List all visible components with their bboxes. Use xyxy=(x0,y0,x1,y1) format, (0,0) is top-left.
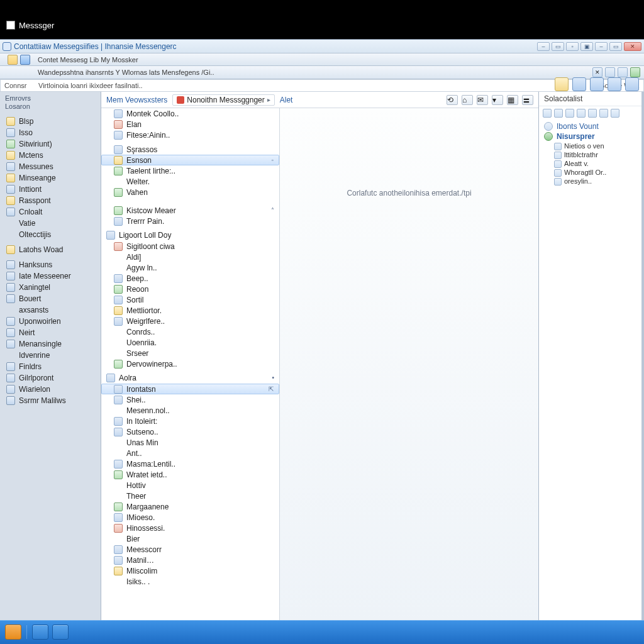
tree-item[interactable]: Meesscorr xyxy=(101,544,279,555)
right-sub-item[interactable]: Aleatt v. xyxy=(540,159,640,168)
tree-item[interactable]: Vahen xyxy=(101,187,279,197)
taskbar[interactable] xyxy=(0,620,644,644)
tree-item[interactable]: Matnil… xyxy=(101,555,279,565)
sidebar-item[interactable]: Uponwoirlen xyxy=(0,316,101,327)
address-text[interactable]: Virtloinoia loanri ikixdeer fasilnati.. xyxy=(38,82,589,89)
r-ico-5[interactable] xyxy=(588,109,597,118)
tree-item[interactable]: Sşrassos xyxy=(101,144,279,155)
center-link-2[interactable]: Alet xyxy=(280,96,293,104)
taskbar-app-1[interactable] xyxy=(32,625,48,640)
tree-item[interactable]: Taelent lirthe:.. xyxy=(101,165,279,176)
tree-item[interactable]: Hottiv xyxy=(101,480,279,491)
r-ico-3[interactable] xyxy=(565,109,574,118)
right-link-2[interactable]: Nisursprer xyxy=(540,131,640,142)
sidebar-item[interactable]: Xaningtel xyxy=(0,282,101,293)
sidebar-item[interactable]: Finldrs xyxy=(0,361,101,372)
tree-item[interactable]: Ligoort Loll Doy xyxy=(101,229,279,241)
sidebar-item[interactable]: Vatie xyxy=(0,218,101,229)
wc-4[interactable]: ▣ xyxy=(580,42,593,51)
sidebar-item[interactable]: Latohs Woad xyxy=(0,244,101,255)
tree-item[interactable]: Elan xyxy=(101,119,279,130)
center-chip[interactable]: Nonoithn Messsggnger ▸ xyxy=(172,94,274,106)
sidebar-item[interactable]: Iate Messeener xyxy=(0,270,101,282)
tree-item[interactable]: Weigrlfere.. xyxy=(101,316,279,326)
wc-2[interactable]: ▭ xyxy=(552,42,564,51)
tree-item[interactable]: Hinossessi. xyxy=(101,523,279,533)
shortcut-4-icon[interactable] xyxy=(608,77,621,91)
tree-item[interactable]: Dervowinerpa.. xyxy=(101,358,279,369)
wc-6[interactable]: ▭ xyxy=(609,42,622,51)
folder-icon[interactable] xyxy=(8,55,18,65)
sidebar-item[interactable]: Rasspont xyxy=(0,195,101,206)
tool-a[interactable]: ⟲ xyxy=(447,95,458,105)
tree-item[interactable]: Beep.. xyxy=(101,273,279,284)
wc-1[interactable]: – xyxy=(537,42,550,51)
tree-item[interactable]: Srseer xyxy=(101,348,279,358)
tree-item[interactable]: Trerrr Pain. xyxy=(101,216,279,226)
tree-item[interactable]: Conrds.. xyxy=(101,326,279,337)
taskbar-app-2[interactable] xyxy=(52,625,69,640)
tree-item[interactable]: Wratet ietd.. xyxy=(101,469,279,480)
tree-item[interactable]: Mliscolim xyxy=(101,565,279,576)
tree-item[interactable]: Esnson◦ xyxy=(101,155,279,165)
sidebar-item[interactable]: Neirt xyxy=(0,327,101,338)
tool-icon-1[interactable] xyxy=(605,67,615,77)
center-head-link[interactable]: Mem Veowsxsters xyxy=(106,96,167,104)
tree-item[interactable]: Sigitloont ciwa xyxy=(101,241,279,252)
shortcut-3-icon[interactable] xyxy=(590,77,604,91)
window-titlebar[interactable]: Contattiiaw Messegsiifies | Ihnansie Mes… xyxy=(0,40,644,53)
tree-item[interactable]: Aolra• xyxy=(101,372,279,384)
sidebar-item[interactable]: Hanksuns xyxy=(0,259,101,270)
sidebar-item[interactable]: Inttiont xyxy=(0,184,101,195)
r-ico-2[interactable] xyxy=(554,109,563,118)
sidebar-item[interactable]: Bouert xyxy=(0,293,101,304)
tool-icon-2[interactable] xyxy=(618,67,628,77)
r-ico-7[interactable] xyxy=(611,109,619,118)
shortcut-2-icon[interactable] xyxy=(572,77,586,91)
tree-item[interactable]: Fitese:Ainin.. xyxy=(101,130,279,140)
r-ico-4[interactable] xyxy=(577,109,586,118)
sidebar-item[interactable]: axsansts xyxy=(0,304,101,316)
tree-item[interactable]: Isiks.. . xyxy=(101,576,279,587)
close-button[interactable]: ✕ xyxy=(624,42,641,51)
tree-item[interactable]: Ant.. xyxy=(101,448,279,458)
right-sub-item[interactable]: Nietios o ven xyxy=(540,142,640,150)
tree-item[interactable]: Theer xyxy=(101,491,279,501)
tool-b[interactable]: ⌂ xyxy=(462,95,473,105)
sidebar-item[interactable]: Isso xyxy=(0,127,101,138)
right-sub-item[interactable]: oresylin.. xyxy=(540,177,640,186)
collapse-icon[interactable]: ˄ xyxy=(271,207,274,214)
sidebar-item[interactable]: Idvenrine xyxy=(0,350,101,361)
sidebar-item[interactable]: Blsp xyxy=(0,116,101,127)
tree-item[interactable]: Masma:Lentil.. xyxy=(101,458,279,469)
tree-item[interactable]: Shei.. xyxy=(101,394,279,405)
sidebar-item[interactable]: Mctens xyxy=(0,150,101,161)
tree-item[interactable]: Sortil xyxy=(101,294,279,305)
tab-2[interactable]: Wandepsshtna ihansrnts Y Wlornas lats Me… xyxy=(38,69,214,76)
tree-item[interactable]: Sutseno.. xyxy=(101,426,279,437)
sidebar-item[interactable]: Messunes xyxy=(0,161,101,172)
tree-item[interactable]: Kistcow Meaer˄ xyxy=(101,205,279,216)
wc-3[interactable]: ▫ xyxy=(566,42,579,51)
shortcut-1-icon[interactable] xyxy=(555,77,569,91)
right-link-1[interactable]: Ibonts Vount xyxy=(540,121,640,131)
close-tab-icon[interactable]: ✕ xyxy=(592,67,602,77)
tree-item[interactable]: Unas Min xyxy=(101,437,279,448)
tool-f[interactable]: 〓 xyxy=(522,95,533,105)
tree-item[interactable]: IMioeso. xyxy=(101,512,279,523)
sidebar-item[interactable]: Gilrlporont xyxy=(0,372,101,384)
tool-e[interactable]: ▦ xyxy=(507,95,518,105)
tree-item[interactable]: Uoenriia. xyxy=(101,337,279,348)
tab-1[interactable]: Contet Messesg Lib My Mossker xyxy=(38,56,138,64)
sidebar-item[interactable]: Menansingle xyxy=(0,338,101,350)
tree-item[interactable]: Welter. xyxy=(101,176,279,187)
r-ico-6[interactable] xyxy=(599,109,608,118)
sidebar-item[interactable]: Ssrmr Malilws xyxy=(0,395,101,406)
shortcut-5-icon[interactable] xyxy=(625,77,639,91)
tool-c[interactable]: ✉ xyxy=(477,95,488,105)
tree-item[interactable]: Irontatsn⇱ xyxy=(101,384,279,394)
app-tab-icon[interactable] xyxy=(20,55,30,65)
tree-item[interactable]: Mesenn.nol.. xyxy=(101,405,279,416)
sidebar-item[interactable]: Minseange xyxy=(0,172,101,184)
tree-item[interactable]: Margaanene xyxy=(101,501,279,512)
